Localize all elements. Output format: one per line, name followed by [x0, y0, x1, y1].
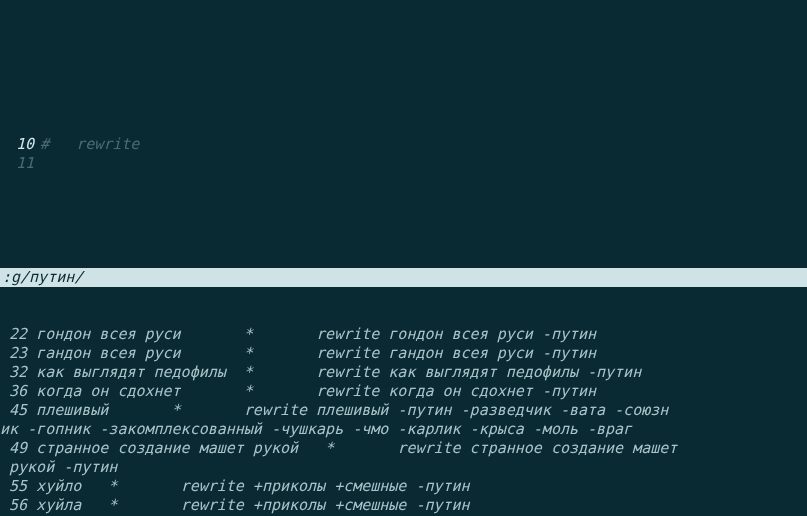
buffer-line: 10# rewrite — [0, 135, 807, 154]
command-bar: :g/путин/ — [0, 268, 807, 287]
buffer-line: 11 — [0, 154, 807, 173]
result-line: 32 как выглядят педофилы * rewrite как в… — [0, 363, 807, 382]
result-line: 23 гандон всея руси * rewrite гандон все… — [0, 344, 807, 363]
result-line: рукой -путин — [0, 458, 807, 477]
result-line: ик -гопник -закомплексованный -чушкарь -… — [0, 420, 807, 439]
blank-line — [0, 211, 807, 230]
result-line: 55 хуйло * rewrite +приколы +смешные -пу… — [0, 477, 807, 496]
line-text: # rewrite — [40, 135, 139, 153]
result-line: 45 плешивый * rewrite плешивый -путин -р… — [0, 401, 807, 420]
result-line: 22 гондон всея руси * rewrite гондон все… — [0, 325, 807, 344]
result-line: 49 странное создание машет рукой * rewri… — [0, 439, 807, 458]
result-line: 36 когда он сдохнет * rewrite когда он с… — [0, 382, 807, 401]
result-line: 56 хуйла * rewrite +приколы +смешные -пу… — [0, 496, 807, 515]
line-number: 10 — [0, 135, 40, 154]
line-number: 11 — [0, 154, 40, 173]
global-search-results: 22 гондон всея руси * rewrite гондон все… — [0, 325, 807, 516]
vim-editor[interactable]: 10# rewrite11 :g/путин/ 22 гондон всея р… — [0, 95, 807, 516]
